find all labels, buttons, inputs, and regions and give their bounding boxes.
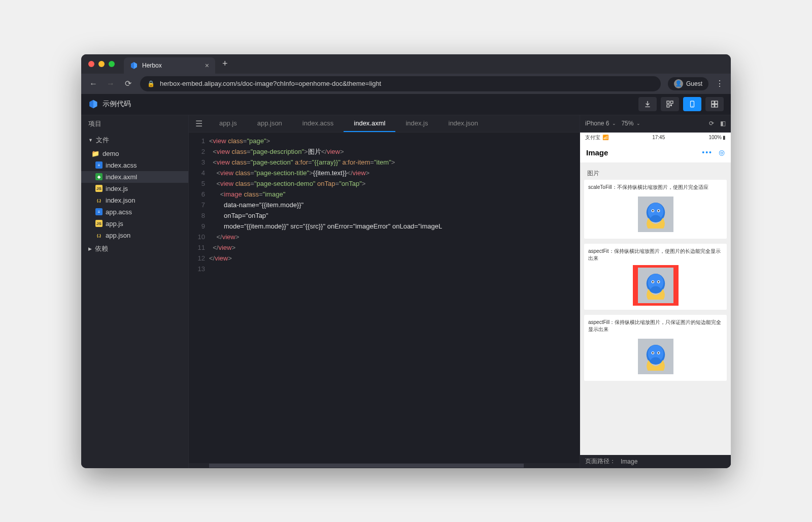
editor-menu-button[interactable]: ☰	[189, 115, 209, 132]
file-item-app-js[interactable]: JSapp.js	[81, 218, 188, 230]
svg-point-31	[652, 352, 654, 353]
tab-title: Herbox	[142, 62, 201, 69]
user-profile-button[interactable]: 👤 Guest	[668, 77, 708, 90]
footer-path-value: Image	[621, 458, 637, 465]
close-circle-icon[interactable]: ◎	[719, 148, 725, 156]
file-label: app.acss	[106, 208, 132, 216]
ide-title: 示例代码	[103, 100, 131, 109]
status-battery: 100%	[708, 135, 722, 140]
svg-rect-7	[715, 101, 718, 104]
back-button[interactable]: ←	[88, 79, 98, 88]
code-editor[interactable]: 12345678910111213 <view class="page"> <v…	[189, 133, 580, 463]
url-text: herbox-embed.alipay.com/s/doc-image?chIn…	[160, 80, 381, 87]
svg-rect-2	[667, 105, 669, 107]
reload-button[interactable]: ⟳	[123, 79, 133, 88]
json-file-icon: {,}	[95, 232, 103, 239]
maximize-window-button[interactable]	[109, 61, 115, 67]
svg-point-24	[658, 281, 659, 282]
file-item-index-js[interactable]: JSindex.js	[81, 183, 188, 194]
svg-rect-9	[715, 105, 718, 107]
file-label: index.js	[106, 185, 128, 192]
sidebar-deps-label: 依赖	[95, 244, 108, 253]
phone-preview-button[interactable]	[683, 97, 701, 111]
card-title: scaleToFill：不保持纵横比缩放图片，使图片完全适应	[588, 184, 723, 191]
editor-tab-index-axml[interactable]: index.axml	[344, 115, 395, 132]
chevron-down-icon: ⌄	[636, 121, 640, 126]
card-title: aspectFit：保持纵横比缩放图片，使图片的长边能完全显示出来	[588, 248, 723, 262]
file-item-index-json[interactable]: {,}index.json	[81, 194, 188, 206]
editor-tab-index-acss[interactable]: index.acss	[292, 115, 344, 132]
preview-card: scaleToFill：不保持纵横比缩放图片，使图片完全适应	[584, 180, 727, 239]
svg-rect-6	[712, 101, 714, 104]
tab-favicon	[130, 61, 138, 70]
svg-point-23	[652, 281, 654, 282]
folder-icon: 📁	[91, 150, 99, 157]
svg-point-25	[651, 286, 661, 293]
browser-tab[interactable]: Herbox ×	[124, 57, 215, 74]
battery-icon: ▮	[723, 135, 726, 140]
titlebar: Herbox × +	[81, 54, 731, 74]
editor-tab-app-js[interactable]: app.js	[209, 115, 247, 132]
file-label: app.js	[106, 220, 123, 227]
status-time: 17:45	[608, 135, 708, 140]
file-item-app-acss[interactable]: ≡app.acss	[81, 206, 188, 218]
close-window-button[interactable]	[88, 61, 94, 67]
svg-point-33	[651, 357, 661, 364]
forward-button[interactable]: →	[106, 79, 116, 88]
preview-footer: 页面路径： Image	[580, 455, 731, 468]
sidebar: 项目 ▼ 文件 📁 demo ≡index.acss◆index.axmlJSi…	[81, 115, 189, 468]
file-item-index-acss[interactable]: ≡index.acss	[81, 159, 188, 171]
download-button[interactable]	[638, 97, 657, 111]
sidebar-section-files[interactable]: ▼ 文件	[81, 133, 188, 148]
sidebar-section-deps[interactable]: ▶ 依赖	[81, 241, 188, 256]
js-file-icon: JS	[95, 220, 103, 227]
preview-card: aspectFill：保持纵横比缩放图片，只保证图片的短边能完全显示出来	[584, 315, 727, 381]
css-file-icon: ≡	[95, 208, 103, 215]
phone-body-label: 图片	[584, 167, 727, 180]
sidebar-title: 项目	[81, 115, 188, 133]
footer-path-label: 页面路径：	[585, 457, 616, 466]
lock-icon: 🔒	[147, 80, 155, 87]
new-tab-button[interactable]: +	[222, 58, 228, 69]
zoom-select[interactable]: 75% ⌄	[621, 120, 640, 127]
editor-tab-app-json[interactable]: app.json	[247, 115, 292, 132]
tab-close-icon[interactable]: ×	[205, 61, 209, 70]
ide-header: 示例代码	[81, 94, 731, 115]
chevron-down-icon: ⌄	[612, 121, 616, 126]
scrollbar-thumb[interactable]	[209, 464, 524, 468]
svg-point-32	[658, 352, 659, 353]
folder-label: demo	[103, 150, 119, 157]
axml-file-icon: ◆	[95, 173, 103, 180]
tree-folder-demo[interactable]: 📁 demo	[81, 148, 188, 159]
editor-tab-index-json[interactable]: index.json	[438, 115, 489, 132]
preview-toolbar: iPhone 6 ⌄ 75% ⌄ ⟳ ◧	[580, 115, 731, 133]
preview-refresh-button[interactable]: ⟳	[709, 120, 714, 127]
device-select[interactable]: iPhone 6 ⌄	[585, 120, 616, 127]
preview-grid-button[interactable]: ◧	[720, 120, 726, 127]
line-gutter: 12345678910111213	[189, 133, 209, 463]
file-item-index-axml[interactable]: ◆index.axml	[81, 171, 188, 183]
more-icon[interactable]: •••	[702, 148, 713, 156]
grid-view-button[interactable]	[705, 97, 724, 111]
file-item-app-json[interactable]: {,}app.json	[81, 230, 188, 241]
window-controls	[88, 61, 115, 67]
svg-point-17	[651, 215, 661, 222]
browser-menu-button[interactable]: ⋮	[716, 79, 724, 88]
card-image	[633, 265, 679, 306]
editor-tab-index-js[interactable]: index.js	[395, 115, 438, 132]
svg-rect-3	[670, 105, 671, 106]
qrcode-button[interactable]	[661, 97, 679, 111]
ide-toolbar	[638, 97, 724, 111]
file-label: app.json	[106, 232, 130, 239]
css-file-icon: ≡	[95, 161, 103, 169]
minimize-window-button[interactable]	[98, 61, 105, 67]
svg-rect-0	[667, 101, 669, 104]
horizontal-scrollbar[interactable]	[189, 463, 580, 468]
svg-point-15	[652, 210, 654, 211]
avatar-icon: 👤	[674, 79, 683, 88]
preview-card: aspectFit：保持纵横比缩放图片，使图片的长边能完全显示出来	[584, 244, 727, 310]
file-label: index.json	[106, 197, 136, 204]
phone-body: 图片 scaleToFill：不保持纵横比缩放图片，使图片完全适应aspectF…	[580, 163, 731, 455]
phone-nav-bar: Image ••• ◎	[580, 143, 731, 163]
url-input[interactable]: 🔒 herbox-embed.alipay.com/s/doc-image?ch…	[140, 76, 661, 91]
